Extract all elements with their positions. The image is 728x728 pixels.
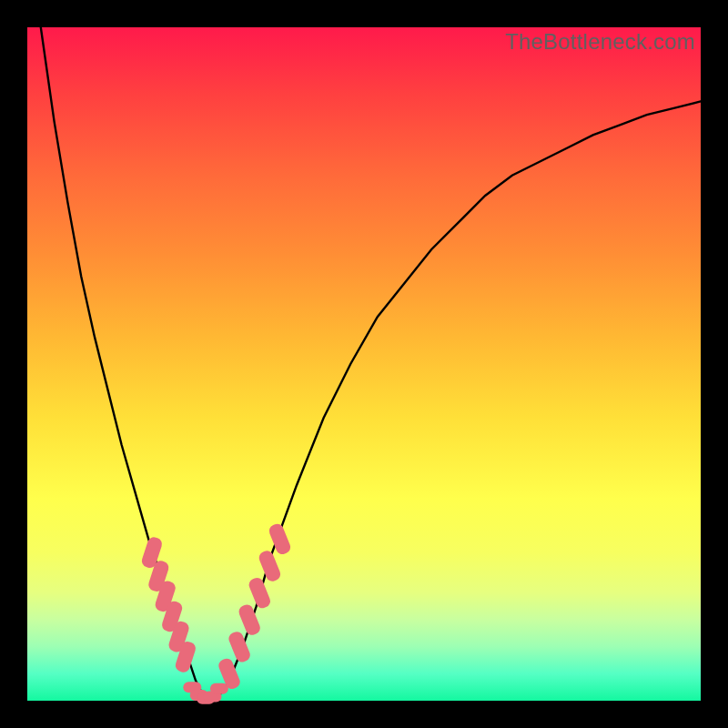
data-marker	[248, 576, 273, 611]
data-marker	[237, 602, 262, 637]
data-markers	[140, 522, 292, 704]
chart-frame: TheBottleneck.com	[0, 0, 728, 728]
bottleneck-curve	[27, 0, 701, 701]
data-marker	[227, 630, 252, 664]
data-marker	[258, 549, 283, 583]
plot-area: TheBottleneck.com	[27, 27, 701, 701]
curve-layer	[27, 27, 701, 701]
data-marker	[268, 522, 293, 557]
data-marker	[210, 683, 228, 694]
